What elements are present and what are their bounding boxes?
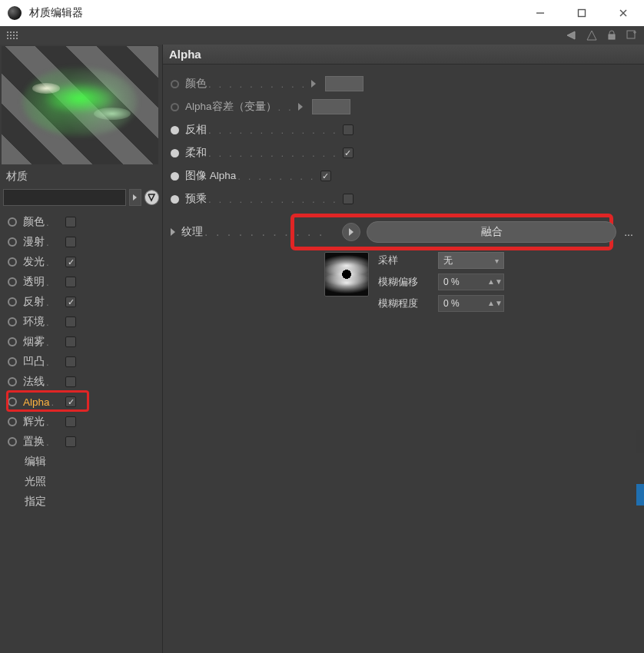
nav-back-icon[interactable] (566, 29, 578, 41)
channel-checkbox[interactable] (65, 416, 76, 427)
svg-rect-1 (579, 10, 586, 17)
material-preview[interactable] (2, 46, 158, 164)
sampling-label: 采样 (378, 254, 432, 267)
blur-scale-input[interactable]: 0 % ▲▼ (438, 295, 504, 312)
prop-soft-label: 柔和 (185, 146, 207, 160)
channel-checkbox[interactable] (65, 257, 76, 267)
sub-item-label: 指定 (25, 495, 46, 509)
image-alpha-checkbox[interactable] (320, 171, 331, 181)
channel-row-凹凸[interactable]: 凹凸. (8, 352, 162, 372)
ring-icon (8, 317, 17, 326)
channel-checkbox[interactable] (65, 297, 76, 307)
channel-row-烟雾[interactable]: 烟雾. (8, 332, 162, 352)
minimize-button[interactable] (520, 0, 561, 26)
blur-scale-value: 0 % (443, 298, 460, 309)
svg-marker-5 (587, 31, 596, 40)
nav-up-icon[interactable] (586, 29, 598, 41)
dots: . (46, 297, 51, 308)
chevron-right-icon[interactable] (171, 228, 175, 236)
invert-checkbox[interactable] (343, 124, 354, 135)
premult-checkbox[interactable] (343, 194, 354, 204)
sub-item-指定[interactable]: 指定 (25, 492, 162, 512)
soft-checkbox[interactable] (343, 148, 354, 158)
material-name-input[interactable] (3, 189, 126, 206)
channel-row-alpha[interactable]: Alpha. (8, 392, 162, 412)
channel-row-反射[interactable]: 反射. (8, 292, 162, 312)
channel-label: 凹凸 (23, 355, 45, 369)
ring-icon (8, 257, 17, 267)
sub-item-光照[interactable]: 光照 (25, 472, 162, 492)
toolbar (0, 26, 644, 45)
background-edge-artifact (636, 484, 644, 505)
close-button[interactable] (603, 0, 644, 26)
channel-label: 环境 (23, 315, 45, 329)
texture-sub-params: 采样 无 ▾ 模糊偏移 0 % ▲▼ (324, 252, 636, 312)
new-tab-icon[interactable] (626, 29, 638, 41)
sub-item-label: 光照 (25, 475, 46, 489)
texture-more-button[interactable]: ... (621, 226, 636, 238)
prop-texture-label: 纹理 (181, 225, 203, 239)
sampling-dropdown[interactable]: 无 ▾ (438, 252, 504, 269)
channel-row-环境[interactable]: 环境. (8, 312, 162, 332)
blur-offset-input[interactable]: 0 % ▲▼ (438, 273, 504, 290)
chevron-right-icon (298, 103, 303, 111)
name-expand-button[interactable] (129, 189, 141, 206)
dots: . (51, 396, 57, 408)
channel-checkbox[interactable] (65, 217, 76, 227)
sampling-value: 无 (443, 254, 453, 267)
grip-icon[interactable] (6, 31, 18, 40)
channel-row-法线[interactable]: 法线. (8, 372, 162, 392)
chevron-right-icon (311, 80, 316, 88)
channel-row-辉光[interactable]: 辉光. (8, 412, 162, 432)
channel-checkbox[interactable] (65, 436, 76, 447)
blur-offset-value: 0 % (443, 277, 460, 287)
dots: . (46, 317, 51, 328)
maximize-button[interactable] (561, 0, 603, 26)
sub-item-编辑[interactable]: 编辑 (25, 452, 162, 472)
channel-checkbox[interactable] (65, 356, 76, 367)
texture-shader-field[interactable]: 融合 (367, 221, 616, 243)
channel-checkbox[interactable] (65, 237, 76, 247)
dots: . (46, 436, 51, 448)
titlebar: 材质编辑器 (0, 0, 644, 26)
prop-invert: 反相 . . . . . . . . . . . . . (171, 118, 636, 141)
texture-browse-button[interactable] (342, 223, 360, 241)
channel-row-漫射[interactable]: 漫射. (8, 232, 162, 252)
ring-icon (8, 277, 17, 287)
channel-checkbox[interactable] (65, 336, 76, 347)
channel-label: 颜色 (23, 215, 45, 229)
channel-checkbox[interactable] (65, 317, 76, 327)
channel-checkbox[interactable] (65, 277, 76, 287)
dots: . (46, 237, 51, 248)
channel-row-置换[interactable]: 置换. (8, 432, 162, 452)
channel-row-颜色[interactable]: 颜色. (8, 212, 162, 232)
spinner-icon[interactable]: ▲▼ (491, 280, 499, 284)
alpha-tol-field[interactable] (312, 99, 350, 114)
spinner-icon[interactable]: ▲▼ (491, 301, 499, 306)
blur-offset-label: 模糊偏移 (378, 275, 432, 289)
channel-row-发光[interactable]: 发光. (8, 252, 162, 272)
texture-thumbnail[interactable] (324, 252, 369, 297)
prop-premult-label: 预乘 (185, 192, 207, 206)
prop-invert-label: 反相 (185, 123, 207, 137)
name-picker-button[interactable] (144, 190, 159, 205)
dots: . (46, 356, 51, 368)
blur-scale-label: 模糊程度 (378, 297, 432, 310)
channel-checkbox[interactable] (65, 376, 76, 387)
channel-label: 辉光 (23, 415, 45, 429)
material-name-label: 材质 (6, 170, 28, 184)
color-swatch[interactable] (325, 76, 363, 91)
prop-alpha-tolerance: Alpha容差（变量） . . (171, 95, 636, 118)
channel-label: Alpha (23, 396, 50, 408)
chevron-down-icon: ▾ (495, 257, 499, 265)
prop-color-label: 颜色 (185, 77, 207, 91)
channel-row-透明[interactable]: 透明. (8, 272, 162, 292)
prop-soft: 柔和 . . . . . . . . . . . . . (171, 141, 636, 164)
sub-item-label: 编辑 (25, 455, 46, 469)
prop-premult: 预乘 . . . . . . . . . . . . . (171, 187, 636, 210)
lock-icon[interactable] (606, 29, 618, 41)
channel-checkbox[interactable] (65, 396, 76, 407)
svg-marker-4 (567, 31, 575, 39)
dots: . (46, 376, 51, 388)
sidebar: 材质 颜色.漫射.发光.透明.反射.环境.烟雾.凹凸.法线.Alpha.辉光.置… (0, 45, 163, 653)
